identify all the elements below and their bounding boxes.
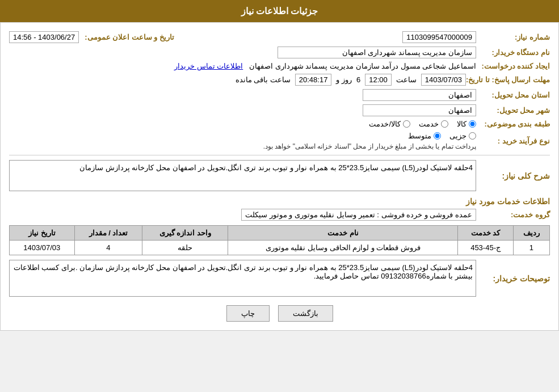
noefarayand-options: جزیی متوسط (9, 132, 476, 140)
col-vahed: واحد اندازه گیری (142, 226, 228, 241)
grohe-khadamat-row: گروه خدمت: عمده فروشی و خرده فروشی : تعم… (9, 209, 550, 221)
services-table-body: 1ج-45-453فروش قطعات و لوازم الحاقی وسایل… (10, 241, 550, 255)
tabaqe-row: طبقه بندی موضوعی: کالا خدمت کالا/خدمت (9, 120, 550, 128)
divider-1 (9, 155, 550, 155)
tosif-label: توصیحات خریدار: (476, 274, 550, 283)
mohlat-baghimande-input: 20:48:17 (295, 74, 332, 86)
namdastgah-label: نام دستگاه خریدار: (476, 48, 550, 57)
tabaqe-kala: کالا (457, 120, 476, 128)
ettelaat-tamas-link[interactable]: اطلاعات تماس خریدار (174, 62, 243, 70)
sharh-row: شرح کلی نیاز: 4حلقه لاستیک لودر(L5) سیمی… (9, 160, 550, 191)
services-table: ردیف کد خدمت نام خدمت واحد اندازه گیری ت… (9, 225, 550, 255)
ostan-input: اصفهان (363, 89, 476, 101)
tabaqe-kalakhadamat-label: کالا/خدمت (369, 120, 401, 128)
noefarayand-label: نوع فرآیند خرید : (476, 137, 550, 145)
table-cell-radif: 1 (513, 241, 549, 255)
noefarayand-row: نوع فرآیند خرید : جزیی متوسط پرداخت تمام… (9, 132, 550, 150)
tarikh-value: 1403/06/27 - 14:56 (9, 31, 79, 43)
col-radif: ردیف (513, 226, 549, 241)
col-kod: کد خدمت (458, 226, 513, 241)
col-tarikh: تاریخ نیاز (10, 226, 75, 241)
page-header: جزئیات اطلاعات نیاز (0, 0, 559, 22)
sharh-textarea: 4حلقه لاستیک لودر(L5) سیمی سایز23.5*25 ب… (9, 160, 476, 191)
shahr-label: شهر محل تحویل: (476, 106, 550, 115)
tarikh-label: تاریخ و ساعت اعلان عمومی: (85, 33, 174, 41)
mohlat-baghimande-label: ساعت باقی مانده (236, 75, 291, 84)
tarikh-row-inline: تاریخ و ساعت اعلان عمومی: 1403/06/27 - 1… (9, 31, 174, 43)
noefarayand-mottavasset: متوسط (408, 132, 441, 140)
chap-button[interactable]: چاپ (226, 305, 270, 322)
noefarayand-mottavasset-label: متوسط (408, 132, 431, 140)
grohe-khadamat-value: عمده فروشی و خرده فروشی : تعمیر وسایل نق… (9, 209, 476, 221)
tabaqe-options: کالا خدمت کالا/خدمت (9, 120, 476, 128)
shahr-input: اصفهان (363, 104, 476, 116)
shahr-value: اصفهان (9, 104, 476, 116)
col-nam: نام خدمت (228, 226, 458, 241)
table-row: 1ج-45-453فروش قطعات و لوازم الحاقی وسایل… (10, 241, 550, 255)
noefarayand-mottavasset-radio[interactable] (434, 132, 441, 140)
grohe-khadamat-input: عمده فروشی و خرده فروشی : تعمیر وسایل نق… (241, 209, 476, 221)
table-cell-tarikh: 1403/07/03 (10, 241, 75, 255)
button-row: بازگشت چاپ (9, 305, 550, 322)
ostan-row: استان محل تحویل: اصفهان (9, 89, 550, 101)
mohlat-saat-input: 12:00 (365, 74, 392, 86)
tabaqe-kalakhadamat-radio[interactable] (403, 120, 410, 128)
tabaqe-label: طبقه بندی موضوعی: (476, 120, 550, 128)
tosif-value: 4حلقه لاستیک لودر(L5) سیمی سایز23.5*25 ب… (9, 260, 476, 297)
sharh-value: 4حلقه لاستیک لودر(L5) سیمی سایز23.5*25 ب… (9, 160, 476, 191)
page-title: جزئیات اطلاعات نیاز (241, 6, 318, 16)
noefarayand-note: پرداخت تمام یا بخشی از مبلغ خریدار از مح… (9, 142, 476, 150)
col-tedad: تعداد / مقدار (74, 226, 142, 241)
mohlat-label: مهلت ارسال پاسخ: تا تاریخ: (466, 75, 550, 84)
sharh-label: شرح کلی نیاز: (476, 171, 550, 180)
mohlat-saat-label: ساعت (396, 75, 417, 84)
services-table-header: ردیف کد خدمت نام خدمت واحد اندازه گیری ت… (10, 226, 550, 241)
ijadkonande-label: ایجاد کننده درخواست: (476, 62, 550, 70)
tosif-textarea: 4حلقه لاستیک لودر(L5) سیمی سایز23.5*25 ب… (9, 260, 476, 297)
ijadkonande-row: ایجاد کننده درخواست: اسماعیل شجاعی مسول … (9, 62, 550, 70)
noefarayand-jozee-radio[interactable] (469, 132, 476, 140)
mohlat-date-input: 1403/07/03 (421, 74, 466, 86)
mohlat-row: مهلت ارسال پاسخ: تا تاریخ: 1403/07/03 سا… (9, 74, 550, 86)
ijadkonande-text: اسماعیل شجاعی مسول درآمد سازمان مدیریت پ… (249, 62, 476, 70)
shahr-row: شهر محل تحویل: اصفهان (9, 104, 550, 116)
mohlat-roz-label: روز و (336, 75, 352, 84)
shomare-niaz-row: شماره نیاز: 1103099547000009 تاریخ و ساع… (9, 31, 550, 43)
ettelaat-khadamat-section-title: اطلاعات خدمات مورد نیاز (9, 197, 550, 206)
table-cell-kod: ج-45-453 (458, 241, 513, 255)
namdastgah-input: سازمان مدیریت پسماند شهرداری اصفهان (278, 47, 476, 58)
mohlat-roz-input: 6 (356, 75, 360, 84)
table-cell-tedad: 4 (74, 241, 142, 255)
shomare-niaz-input: 1103099547000009 (402, 31, 476, 43)
ijadkonande-value: اسماعیل شجاعی مسول درآمد سازمان مدیریت پ… (9, 62, 476, 70)
shomare-niaz-label: شماره نیاز: (476, 33, 550, 41)
ostan-label: استان محل تحویل: (476, 91, 550, 99)
ostan-value: اصفهان (9, 89, 476, 101)
noefarayand-value: جزیی متوسط پرداخت تمام یا بخشی از مبلغ خ… (9, 132, 476, 150)
namdastgah-value: سازمان مدیریت پسماند شهرداری اصفهان (9, 47, 476, 58)
tabaqe-khadamat-label: خدمت (419, 120, 439, 128)
tosif-row: توصیحات خریدار: 4حلقه لاستیک لودر(L5) سی… (9, 260, 550, 297)
tabaqe-khadamat: خدمت (419, 120, 448, 128)
noefarayand-jozee-label: جزیی (449, 132, 466, 140)
grohe-khadamat-label: گروه خدمت: (476, 210, 550, 219)
bazgasht-button[interactable]: بازگشت (278, 305, 333, 322)
noefarayand-jozee: جزیی (449, 132, 476, 140)
tabaqe-kalakhadamat: کالا/خدمت (369, 120, 410, 128)
tabaqe-kala-radio[interactable] (469, 120, 476, 128)
table-cell-nam: فروش قطعات و لوازم الحاقی وسایل نقلیه مو… (228, 241, 458, 255)
table-cell-vahed: حلقه (142, 241, 228, 255)
namdastgah-row: نام دستگاه خریدار: سازمان مدیریت پسماند … (9, 47, 550, 58)
tabaqe-khadamat-radio[interactable] (441, 120, 448, 128)
mohlat-value: 1403/07/03 ساعت 12:00 6 روز و 20:48:17 س… (9, 74, 466, 86)
content-area: شماره نیاز: 1103099547000009 تاریخ و ساع… (0, 22, 559, 331)
services-table-header-row: ردیف کد خدمت نام خدمت واحد اندازه گیری ت… (10, 226, 550, 241)
tabaqe-kala-label: کالا (457, 120, 466, 128)
page-container: جزئیات اطلاعات نیاز شماره نیاز: 11030995… (0, 0, 559, 331)
shomare-niaz-value: 1103099547000009 (186, 31, 476, 43)
